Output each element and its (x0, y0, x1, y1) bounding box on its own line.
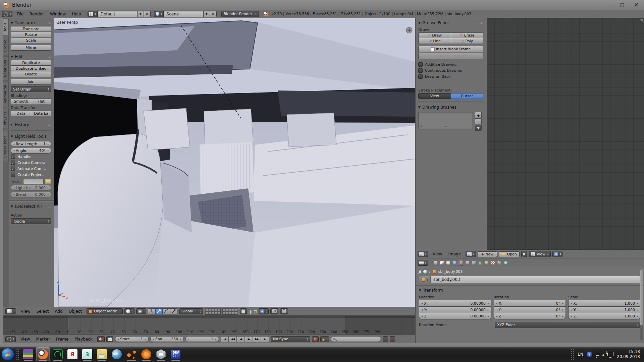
timeline-editor-type-button[interactable] (5, 336, 16, 342)
taskbar-clock[interactable]: 15:18 20.09.2018 (617, 349, 640, 359)
menubar-item[interactable]: Window (47, 12, 69, 16)
transform-tool-button[interactable]: Rotate (11, 32, 51, 38)
layout-selector-icon-button[interactable] (88, 11, 98, 17)
viewport-menu-item[interactable]: Select (34, 309, 52, 314)
texture-input[interactable] (23, 179, 44, 184)
end-frame-field[interactable]: ◂End:250▸ (150, 336, 184, 342)
viewport-editor-type-button[interactable] (5, 308, 16, 314)
location-x-field[interactable]: ◂X:0.00000▸ (419, 300, 491, 307)
restore-window-icon[interactable] (596, 353, 599, 356)
image-datablock-selector[interactable] (466, 251, 476, 257)
blend-field[interactable]: ◂Blend:0.000▸ (11, 192, 51, 197)
add-brush-button[interactable] (475, 112, 482, 118)
panel-transform-props[interactable]: ▼Transform (419, 287, 641, 294)
helm-icon[interactable] (140, 347, 153, 361)
render-layers-icon[interactable] (439, 260, 444, 265)
panel-edit[interactable]: ▼Edit (11, 53, 51, 60)
close-icon[interactable] (632, 2, 641, 8)
light-field-option-checkbox[interactable]: Animate Cam... (11, 166, 51, 172)
tool-shelf-tab[interactable]: Relations (3, 56, 9, 81)
file-manager-icon[interactable] (95, 347, 109, 361)
scale-x-field[interactable]: ◂X:1.000▸ (568, 300, 641, 307)
scene-selector-icon-button[interactable] (154, 11, 164, 17)
gp-option-checkbox[interactable]: Additive Drawing (418, 61, 483, 67)
current-frame-field[interactable]: ◂1▸ (185, 336, 219, 342)
corner-resize-grip[interactable] (640, 19, 643, 22)
winrar-icon[interactable] (21, 347, 35, 361)
stroke-placement-button[interactable]: View (418, 93, 451, 99)
properties-scrollbar[interactable] (640, 268, 643, 341)
delete-scene-button[interactable] (210, 11, 217, 17)
play-icon[interactable] (245, 336, 253, 342)
image-editor-menu-item[interactable]: Image (445, 252, 464, 256)
browse-texture-button[interactable] (45, 179, 51, 184)
render-still-button[interactable] (270, 308, 278, 314)
insert-blank-frame-button[interactable]: Insert Blank Frame (418, 46, 483, 52)
object-data-icon[interactable] (477, 260, 483, 265)
gp-line-button[interactable]: Line (418, 38, 451, 44)
object-name-field[interactable]: sbr_body.003 (419, 276, 641, 283)
lock-time-button[interactable] (106, 336, 113, 342)
viewport-scene[interactable]: z x User Persp (1) sbr_body.003 + (54, 18, 415, 307)
light-field-option-checkbox[interactable]: Handler (11, 154, 51, 160)
active-keying-set-field[interactable] (331, 336, 381, 342)
tool-shelf-tab[interactable]: Create (3, 36, 9, 56)
tool-shelf-tab[interactable]: Physics (3, 108, 9, 129)
viewport-shading-selector[interactable] (124, 308, 135, 314)
jump-to-end-icon[interactable] (261, 336, 269, 342)
rotation-mode-dropdown[interactable]: XYZ Euler (495, 322, 641, 328)
shading-button[interactable]: Flat (31, 99, 51, 104)
preview-range-button[interactable] (97, 336, 105, 342)
network-icon[interactable] (607, 352, 613, 356)
maximize-icon[interactable] (618, 2, 627, 8)
3dsmax-icon[interactable] (80, 347, 94, 361)
scene-icon[interactable] (445, 260, 451, 265)
jump-to-start-icon[interactable] (221, 336, 229, 342)
object-icon[interactable] (458, 260, 464, 265)
next-keyframe-icon[interactable] (253, 336, 261, 342)
timeline-menu-item[interactable]: Marker (33, 337, 53, 342)
language-indicator[interactable]: EN (578, 352, 583, 357)
location-y-field[interactable]: ◂Y:0.00000▸ (419, 307, 491, 313)
snap-toggle-button[interactable] (254, 308, 257, 314)
layers-grid-right[interactable] (222, 308, 238, 315)
scene-selector[interactable]: Scene (164, 11, 203, 17)
material-icon[interactable] (484, 260, 489, 265)
panel-grease-pencil[interactable]: ▼Grease Pencil (418, 19, 483, 26)
data-transfer-button[interactable]: Data La (31, 111, 51, 116)
gp-poly-button[interactable]: Poly (451, 38, 483, 44)
start-frame-field[interactable]: ◂Start:1▸ (115, 336, 149, 342)
edit-tool-button[interactable]: Duplicate Linked (11, 66, 51, 71)
molecule-icon[interactable] (125, 347, 138, 361)
delete-keyframe-button[interactable] (390, 336, 395, 342)
edit-tool-button[interactable]: Duplicate (11, 60, 51, 66)
image-editor-type-button[interactable] (418, 251, 428, 257)
stroke-placement-button[interactable]: Cursor (451, 93, 484, 99)
menubar-item[interactable]: Render (26, 12, 47, 16)
scale-z-field[interactable]: ◂Z:1.000▸ (568, 313, 641, 319)
timeline-menu-item[interactable]: View (17, 337, 33, 342)
tool-shelf-tab[interactable]: Grease Pencil (3, 130, 9, 162)
hidden-icons-arrow[interactable] (602, 352, 604, 357)
data-transfer-button[interactable]: Data (11, 111, 31, 116)
gp-option-checkbox[interactable]: Continuous Drawing (418, 67, 483, 73)
render-animation-button[interactable] (280, 308, 288, 314)
collapse-region-icon[interactable]: + (406, 27, 412, 33)
timeline-menu-item[interactable]: Frame (53, 337, 71, 342)
transform-tool-button[interactable]: Translate (11, 26, 51, 32)
viewport-3d[interactable]: z x User Persp (1) sbr_body.003 + ToolsC… (3, 18, 415, 315)
brush-specials-button[interactable]: ▾ (475, 125, 482, 131)
shading-button[interactable]: Smooth (11, 99, 31, 104)
keying-set-selector[interactable] (320, 336, 329, 342)
physics-icon[interactable] (503, 260, 508, 265)
delete-layout-button[interactable] (144, 11, 151, 17)
properties-editor-type-button[interactable] (418, 260, 428, 266)
mode-selector[interactable]: Object Mode (87, 308, 123, 314)
proportional-edit-button[interactable] (249, 308, 252, 314)
layers-grid-left[interactable] (205, 308, 221, 315)
blender-icon[interactable] (36, 347, 50, 361)
manipulator-toggle-button[interactable] (148, 308, 155, 314)
image-editor-canvas[interactable] (487, 18, 644, 250)
wondershare-icon[interactable] (154, 347, 168, 361)
gp-erase-button[interactable]: Erase (451, 33, 483, 38)
